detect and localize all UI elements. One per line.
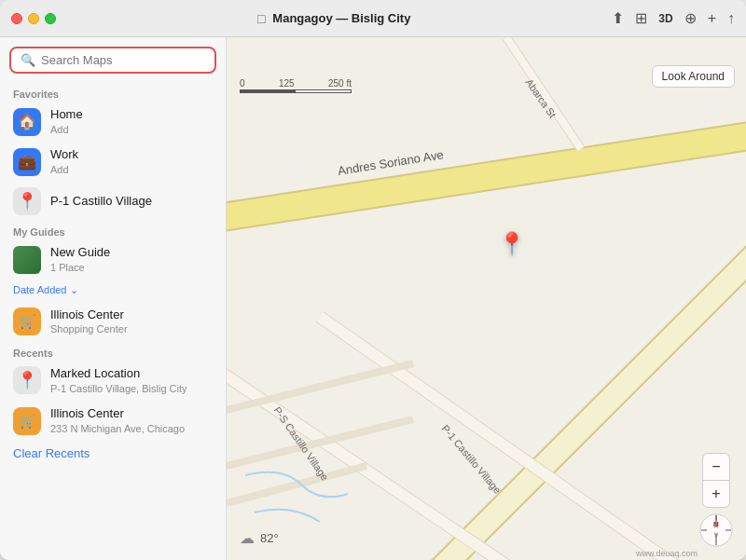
illinois-guide-subtitle: Shopping Center [50, 322, 213, 335]
scale-label-250: 250 ft [328, 78, 352, 89]
3d-button[interactable]: 3D [658, 13, 672, 24]
search-input[interactable] [41, 53, 205, 67]
home-subtitle: Add [50, 123, 213, 136]
weather-display: ☁ 82° [240, 529, 279, 547]
map-doc-icon: □ [257, 11, 265, 26]
work-icon: 💼 [13, 148, 41, 176]
recents-label: Recents [0, 342, 226, 361]
sidebar-item-new-guide[interactable]: New Guide 1 Place [0, 239, 226, 280]
navigation-button[interactable]: ⬆ [612, 11, 624, 26]
marked-location-subtitle: P-1 Castillo Village, Bislig City [50, 382, 213, 395]
sidebar-item-home[interactable]: 🏠 Home Add [0, 102, 226, 142]
window-title: Mangagoy — Bislig City [272, 11, 410, 25]
maximize-button[interactable] [45, 13, 56, 24]
scale-label-0: 0 [240, 78, 245, 89]
traffic-lights [11, 13, 56, 24]
add-button[interactable]: + [708, 11, 716, 26]
map-pin-marker[interactable]: 📍 [498, 231, 526, 257]
guide-title: New Guide [50, 245, 213, 261]
export-button[interactable]: ↑ [727, 11, 735, 26]
sidebar-item-work[interactable]: 💼 Work Add [0, 142, 226, 182]
map-layers-button[interactable]: ⊞ [635, 11, 647, 26]
chevron-down-icon: ⌄ [70, 284, 78, 296]
share-icon-button[interactable]: ⊕ [684, 11, 697, 26]
home-icon: 🏠 [13, 108, 41, 136]
home-item-text: Home Add [50, 107, 213, 136]
scale-line-bar [240, 89, 352, 93]
guide-text: New Guide 1 Place [50, 245, 213, 274]
work-title: Work [50, 147, 213, 163]
zoom-in-button[interactable]: + [703, 481, 729, 507]
favorites-label: Favorites [0, 83, 226, 102]
app-window: □ Mangagoy — Bislig City ⬆ ⊞ 3D ⊕ + ↑ 🔍 … [0, 0, 746, 560]
marked-location-icon: 📍 [13, 366, 41, 394]
marked-location-text: Marked Location P-1 Castillo Village, Bi… [50, 366, 213, 395]
date-filter-label: Date Added [13, 284, 67, 295]
p1-castillo-icon: 📍 [13, 187, 41, 215]
sidebar: 🔍 Favorites 🏠 Home Add 💼 Work Add [0, 37, 227, 560]
titlebar-center: □ Mangagoy — Bislig City [63, 11, 604, 26]
clear-recents-button[interactable]: Clear Recents [0, 441, 226, 466]
date-filter-button[interactable]: Date Added ⌄ [13, 284, 213, 296]
illinois-recent-title: Illinois Center [50, 406, 213, 422]
search-icon: 🔍 [21, 53, 35, 67]
map-area[interactable]: Andres Soriano Ave Abarca St P-S Castill… [227, 37, 746, 560]
weather-cloud-icon: ☁ [240, 529, 255, 547]
illinois-guide-text: Illinois Center Shopping Center [50, 307, 213, 336]
scale-label-125: 125 [279, 78, 295, 89]
main-content: 🔍 Favorites 🏠 Home Add 💼 Work Add [0, 37, 746, 560]
p1-castillo-text: P-1 Castillo Village [50, 194, 213, 210]
work-item-text: Work Add [50, 147, 213, 176]
home-title: Home [50, 107, 213, 123]
illinois-recent-icon: 🛒 [13, 407, 41, 435]
search-wrapper: 🔍 [0, 47, 226, 83]
illinois-recent-text: Illinois Center 233 N Michigan Ave, Chic… [50, 406, 213, 435]
map-svg: Andres Soriano Ave Abarca St P-S Castill… [227, 37, 746, 560]
sidebar-item-p1-castillo[interactable]: 📍 P-1 Castillo Village [0, 182, 226, 221]
titlebar-actions: ⬆ ⊞ 3D ⊕ + ↑ [612, 11, 735, 26]
guide-subtitle: 1 Place [50, 261, 213, 274]
compass-rose: N [699, 513, 733, 547]
map-top-controls: Look Around [652, 65, 735, 88]
guides-label: My Guides [0, 221, 226, 239]
watermark: www.deuaq.com [636, 549, 698, 558]
sidebar-item-illinois-guide[interactable]: 🛒 Illinois Center Shopping Center [0, 302, 226, 342]
zoom-out-button[interactable]: − [703, 454, 729, 480]
zoom-controls: − + [702, 453, 730, 508]
p1-castillo-title: P-1 Castillo Village [50, 194, 213, 210]
map-bottom-controls: − + N [699, 453, 733, 547]
illinois-recent-subtitle: 233 N Michigan Ave, Chicago [50, 422, 213, 435]
marked-location-title: Marked Location [50, 366, 213, 382]
close-button[interactable] [11, 13, 22, 24]
minimize-button[interactable] [28, 13, 39, 24]
illinois-shop-icon: 🛒 [13, 307, 41, 335]
sidebar-item-illinois-recent[interactable]: 🛒 Illinois Center 233 N Michigan Ave, Ch… [0, 401, 226, 441]
search-box[interactable]: 🔍 [9, 47, 216, 74]
scale-bar: 0 125 250 ft [240, 78, 352, 93]
work-subtitle: Add [50, 163, 213, 176]
weather-temperature: 82° [260, 531, 279, 545]
date-filter: Date Added ⌄ [0, 280, 226, 302]
illinois-guide-title: Illinois Center [50, 307, 213, 323]
sidebar-item-marked-location[interactable]: 📍 Marked Location P-1 Castillo Village, … [0, 361, 226, 401]
look-around-button[interactable]: Look Around [652, 65, 735, 88]
titlebar: □ Mangagoy — Bislig City ⬆ ⊞ 3D ⊕ + ↑ [0, 0, 746, 37]
scale-labels: 0 125 250 ft [240, 78, 352, 89]
guide-thumbnail-icon [13, 246, 41, 274]
